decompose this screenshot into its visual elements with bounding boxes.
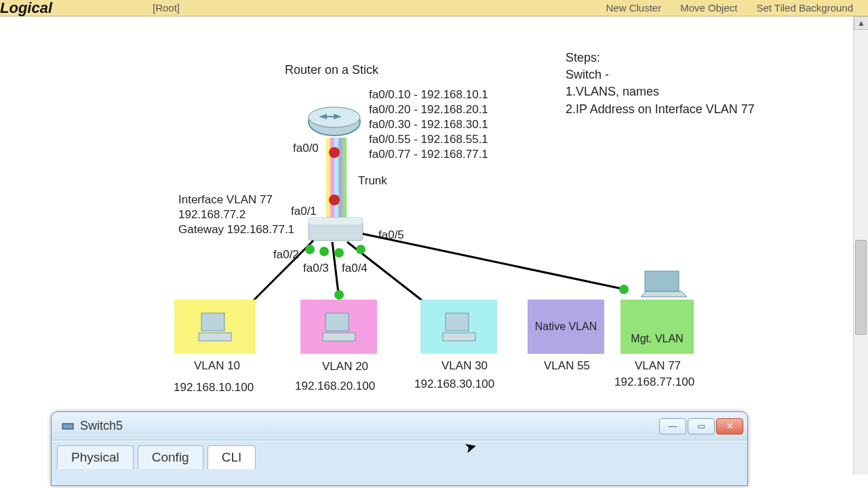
svg-point-7 bbox=[329, 195, 340, 205]
svg-point-16 bbox=[334, 248, 344, 258]
tab-cli[interactable]: CLI bbox=[208, 445, 256, 469]
svg-rect-28 bbox=[645, 271, 679, 291]
svg-rect-1 bbox=[326, 138, 330, 218]
host-vlan20[interactable] bbox=[300, 300, 377, 354]
svg-marker-29 bbox=[641, 291, 687, 297]
minimize-button[interactable]: — bbox=[659, 418, 686, 434]
pc-icon bbox=[195, 310, 235, 344]
scroll-up-arrow-icon[interactable]: ▲ bbox=[854, 16, 868, 30]
top-toolbar: Logical [Root] New Cluster Move Object S… bbox=[0, 0, 868, 16]
host-vlan55[interactable]: Native VLAN bbox=[528, 300, 604, 354]
logo: Logical bbox=[0, 0, 58, 17]
svg-rect-23 bbox=[199, 333, 231, 341]
tab-config[interactable]: Config bbox=[138, 445, 203, 469]
mgt-vlan-label: Mgt. VLAN bbox=[631, 333, 683, 345]
svg-rect-9 bbox=[309, 218, 363, 224]
switch-window-titlebar[interactable]: Switch5 — ▭ ✕ bbox=[52, 412, 747, 441]
switch-icon bbox=[309, 218, 363, 241]
host-vlan77[interactable]: Mgt. VLAN bbox=[620, 300, 694, 354]
switch-tabs: Physical Config CLI bbox=[52, 441, 747, 469]
svg-point-14 bbox=[305, 245, 315, 254]
vlan77-ip: 192.168.77.100 bbox=[614, 375, 694, 389]
svg-rect-30 bbox=[62, 424, 73, 429]
close-button[interactable]: ✕ bbox=[716, 418, 743, 434]
vlan20-ip: 192.168.20.100 bbox=[295, 380, 375, 393]
scrollbar-thumb[interactable] bbox=[855, 240, 867, 335]
svg-point-19 bbox=[334, 290, 344, 300]
svg-rect-25 bbox=[323, 333, 355, 341]
switch-device-icon bbox=[61, 420, 75, 433]
vertical-scrollbar[interactable]: ▲ bbox=[853, 16, 868, 474]
svg-rect-27 bbox=[443, 333, 475, 341]
svg-point-6 bbox=[329, 147, 340, 158]
svg-point-15 bbox=[319, 247, 329, 256]
vlan10-name: VLAN 10 bbox=[194, 359, 240, 373]
breadcrumb-root[interactable]: [Root] bbox=[153, 2, 180, 14]
switch-window-title: Switch5 bbox=[80, 419, 123, 433]
switch-window[interactable]: Switch5 — ▭ ✕ Physical Config CLI bbox=[51, 411, 748, 486]
pc-icon bbox=[319, 310, 359, 344]
new-cluster-button[interactable]: New Cluster bbox=[606, 2, 662, 14]
svg-rect-24 bbox=[326, 313, 349, 331]
vlan20-name: VLAN 20 bbox=[322, 360, 368, 373]
native-vlan-label: Native VLAN bbox=[535, 321, 597, 333]
svg-point-17 bbox=[356, 245, 366, 254]
pc-icon bbox=[439, 310, 479, 344]
vlan30-name: VLAN 30 bbox=[441, 359, 488, 373]
vlan77-name: VLAN 77 bbox=[635, 359, 681, 373]
host-vlan30[interactable] bbox=[420, 300, 497, 354]
vlan30-ip: 192.168.30.100 bbox=[414, 378, 494, 391]
maximize-button[interactable]: ▭ bbox=[688, 418, 715, 434]
svg-line-13 bbox=[363, 234, 625, 289]
host-vlan10[interactable] bbox=[174, 300, 256, 354]
set-tiled-background-button[interactable]: Set Tiled Background bbox=[756, 2, 853, 14]
vlan55-name: VLAN 55 bbox=[544, 359, 590, 373]
svg-point-21 bbox=[619, 285, 629, 294]
svg-rect-26 bbox=[446, 313, 469, 331]
svg-rect-4 bbox=[338, 138, 342, 218]
move-object-button[interactable]: Move Object bbox=[680, 2, 737, 14]
vlan10-ip: 192.168.10.100 bbox=[174, 381, 254, 394]
laptop-icon bbox=[641, 270, 687, 300]
svg-rect-5 bbox=[342, 138, 347, 218]
svg-rect-22 bbox=[201, 313, 224, 331]
tab-physical[interactable]: Physical bbox=[57, 445, 134, 469]
